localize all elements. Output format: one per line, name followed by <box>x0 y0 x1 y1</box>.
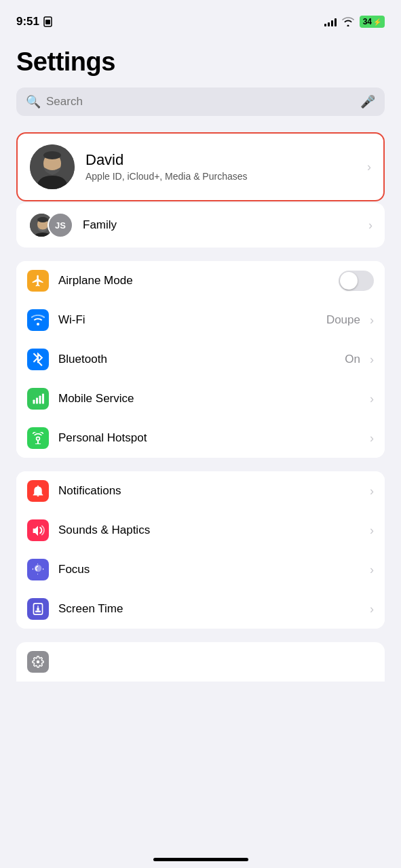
wifi-status-icon <box>342 17 354 26</box>
status-time: 9:51 <box>16 15 52 28</box>
connectivity-section: Airplane Mode Wi-Fi Doupe › <box>16 261 385 458</box>
screen-time-chevron-icon: › <box>370 602 374 616</box>
family-row[interactable]: JS Family › <box>16 203 385 248</box>
bluetooth-icon <box>27 349 49 370</box>
svg-rect-11 <box>42 394 44 404</box>
profile-row[interactable]: David Apple ID, iCloud+, Media & Purchas… <box>16 132 385 201</box>
wifi-label: Wi-Fi <box>58 313 326 327</box>
family-chevron-icon: › <box>368 218 373 233</box>
profile-avatar-image <box>30 144 75 189</box>
svg-rect-15 <box>35 610 41 612</box>
status-bar: 9:51 34 ⚡ <box>0 0 401 34</box>
svg-rect-9 <box>36 398 38 404</box>
settings-row-focus[interactable]: Focus › <box>16 550 385 589</box>
search-icon: 🔍 <box>26 94 41 109</box>
family-avatars: JS <box>28 212 73 238</box>
notifications-icon <box>27 480 49 502</box>
settings-row-screen-time[interactable]: Screen Time › <box>16 589 385 629</box>
wifi-value: Doupe <box>326 313 360 327</box>
microphone-icon[interactable]: 🎤 <box>360 94 375 109</box>
svg-rect-1 <box>45 20 50 24</box>
focus-chevron-icon: › <box>370 563 374 577</box>
notifications-section: Notifications › Sounds & Haptics › <box>16 471 385 629</box>
profile-info: David Apple ID, iCloud+, Media & Purchas… <box>85 151 362 182</box>
settings-row-mobile-service[interactable]: Mobile Service › <box>16 379 385 418</box>
screen-time-icon <box>27 598 49 620</box>
toggle-thumb <box>340 272 358 290</box>
bluetooth-value: On <box>345 353 360 366</box>
sim-icon <box>43 16 52 27</box>
search-bar[interactable]: 🔍 🎤 <box>16 87 385 116</box>
avatar <box>30 144 75 189</box>
screen-time-label: Screen Time <box>58 602 364 616</box>
settings-row-wifi[interactable]: Wi-Fi Doupe › <box>16 300 385 340</box>
family-label: Family <box>83 218 363 232</box>
svg-point-4 <box>43 151 61 159</box>
wifi-icon <box>27 309 49 331</box>
partial-settings-row[interactable] <box>16 642 385 682</box>
focus-label: Focus <box>58 563 364 576</box>
airplane-mode-toggle[interactable] <box>339 271 374 291</box>
notifications-chevron-icon: › <box>370 484 374 498</box>
personal-hotspot-icon <box>27 427 49 449</box>
signal-bars-icon <box>324 17 337 26</box>
mobile-service-chevron-icon: › <box>370 392 374 406</box>
profile-chevron-icon: › <box>367 160 371 174</box>
focus-icon <box>27 559 49 580</box>
airplane-mode-icon <box>27 270 49 292</box>
search-input[interactable] <box>46 95 355 108</box>
settings-row-sounds[interactable]: Sounds & Haptics › <box>16 511 385 550</box>
bluetooth-label: Bluetooth <box>58 353 345 366</box>
profile-subtitle: Apple ID, iCloud+, Media & Purchases <box>85 170 362 182</box>
bluetooth-chevron-icon: › <box>370 353 374 367</box>
mobile-service-label: Mobile Service <box>58 392 364 406</box>
mobile-service-icon <box>27 388 49 410</box>
airplane-mode-label: Airplane Mode <box>58 274 339 288</box>
personal-hotspot-label: Personal Hotspot <box>58 431 364 445</box>
settings-row-personal-hotspot[interactable]: Personal Hotspot › <box>16 418 385 458</box>
general-icon <box>27 651 49 673</box>
home-indicator-area <box>0 847 401 868</box>
sounds-haptics-label: Sounds & Haptics <box>58 524 364 537</box>
svg-rect-8 <box>33 400 35 404</box>
home-indicator <box>153 858 248 861</box>
sounds-haptics-icon <box>27 519 49 541</box>
svg-rect-16 <box>37 608 39 610</box>
profile-name: David <box>85 151 362 169</box>
family-avatar-2: JS <box>47 212 73 238</box>
svg-rect-10 <box>39 396 41 404</box>
status-right: 34 ⚡ <box>324 16 385 28</box>
settings-row-airplane-mode[interactable]: Airplane Mode <box>16 261 385 300</box>
page-title: Settings <box>16 47 385 77</box>
notifications-label: Notifications <box>58 484 364 498</box>
settings-row-notifications[interactable]: Notifications › <box>16 471 385 511</box>
personal-hotspot-chevron-icon: › <box>370 431 374 446</box>
svg-point-7 <box>37 217 48 222</box>
wifi-chevron-icon: › <box>370 313 374 328</box>
battery-icon: 34 ⚡ <box>360 16 385 28</box>
sounds-haptics-chevron-icon: › <box>370 524 374 538</box>
settings-row-bluetooth[interactable]: Bluetooth On › <box>16 340 385 379</box>
